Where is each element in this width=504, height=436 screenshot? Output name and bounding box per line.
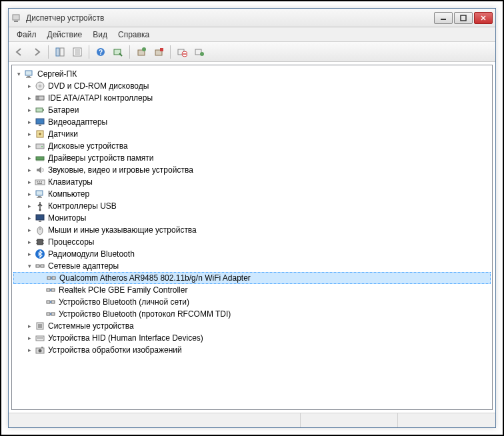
node-label: Драйверы устройств памяти bbox=[48, 153, 153, 163]
menu-file[interactable]: Файл bbox=[11, 29, 42, 41]
tree-category[interactable]: ▸Драйверы устройств памяти bbox=[13, 152, 491, 164]
svg-rect-1 bbox=[14, 21, 18, 22]
tree-category[interactable]: ▸Клавиатуры bbox=[13, 176, 491, 188]
svg-rect-48 bbox=[41, 181, 42, 183]
node-label: IDE ATA/ATAPI контроллеры bbox=[48, 93, 153, 103]
node-label: Сергей-ПК bbox=[37, 69, 77, 79]
expander-icon[interactable]: ▸ bbox=[25, 346, 33, 354]
node-label: Qualcomm Atheros AR9485 802.11b/g/n WiFi… bbox=[59, 273, 251, 283]
tree-device[interactable]: Realtek PCIe GBE Family Controller bbox=[13, 284, 491, 296]
show-hide-tree-button[interactable] bbox=[52, 44, 68, 60]
expander-icon[interactable]: ▸ bbox=[25, 82, 33, 90]
ide-icon bbox=[35, 93, 45, 103]
expander-icon[interactable]: ▸ bbox=[25, 322, 33, 330]
memory-icon bbox=[35, 153, 45, 163]
tree-category[interactable]: ▸Звуковые, видео и игровые устройства bbox=[13, 164, 491, 176]
expander-icon[interactable]: ▸ bbox=[25, 94, 33, 102]
expander-icon[interactable]: ▸ bbox=[25, 334, 33, 342]
system-icon bbox=[35, 321, 45, 331]
expander-icon[interactable]: ▾ bbox=[25, 262, 33, 270]
minimize-button[interactable] bbox=[434, 12, 453, 24]
update-driver-button[interactable] bbox=[133, 44, 149, 60]
sensor-icon bbox=[35, 129, 45, 139]
tree-category[interactable]: ▸Компьютер bbox=[13, 188, 491, 200]
svg-point-83 bbox=[39, 337, 41, 339]
node-label: Устройство Bluetooth (протокол RFCOMM TD… bbox=[59, 309, 231, 319]
computer-icon bbox=[24, 69, 35, 79]
expander-icon[interactable]: ▾ bbox=[15, 70, 23, 78]
toolbar-separator bbox=[48, 45, 49, 59]
netadapter-icon bbox=[45, 309, 56, 319]
sound-icon bbox=[35, 165, 45, 175]
menu-help[interactable]: Справка bbox=[113, 29, 155, 41]
node-label: Мониторы bbox=[48, 213, 86, 223]
enable-button[interactable] bbox=[191, 44, 207, 60]
expander-icon[interactable]: ▸ bbox=[25, 106, 33, 114]
expander-icon[interactable]: ▸ bbox=[25, 130, 33, 138]
expander-icon[interactable]: ▸ bbox=[25, 238, 33, 246]
properties-button[interactable] bbox=[69, 44, 85, 60]
expander-icon[interactable]: ▸ bbox=[25, 226, 33, 234]
svg-rect-77 bbox=[51, 313, 55, 315]
maximize-button[interactable] bbox=[454, 12, 473, 24]
tree-category[interactable]: ▸Устройства обработки изображений bbox=[13, 344, 491, 356]
tree-category[interactable]: ▸Процессоры bbox=[13, 236, 491, 248]
svg-rect-6 bbox=[56, 48, 59, 56]
tree-category[interactable]: ▸Контроллеры USB bbox=[13, 200, 491, 212]
expander-icon[interactable]: ▸ bbox=[25, 118, 33, 126]
expander-icon[interactable]: ▸ bbox=[25, 250, 33, 258]
mouse-icon bbox=[35, 225, 45, 235]
tree-category[interactable]: ▸Устройства HID (Human Interface Devices… bbox=[13, 332, 491, 344]
device-tree[interactable]: ▾Сергей-ПК▸DVD и CD-ROM дисководы▸IDE AT… bbox=[11, 65, 493, 410]
close-button[interactable] bbox=[474, 12, 493, 24]
scan-hardware-button[interactable] bbox=[110, 44, 126, 60]
tree-category[interactable]: ▸Датчики bbox=[13, 128, 491, 140]
battery-icon bbox=[35, 105, 45, 115]
disable-button[interactable] bbox=[174, 44, 190, 60]
titlebar[interactable]: Диспетчер устройств bbox=[9, 9, 495, 27]
drive-icon bbox=[35, 141, 45, 151]
tree-category[interactable]: ▸IDE ATA/ATAPI контроллеры bbox=[13, 92, 491, 104]
expander-icon[interactable]: ▸ bbox=[25, 166, 33, 174]
back-button[interactable] bbox=[11, 44, 27, 60]
svg-rect-65 bbox=[41, 265, 44, 267]
menu-view[interactable]: Вид bbox=[87, 29, 113, 41]
uninstall-button[interactable] bbox=[151, 44, 167, 60]
tree-category[interactable]: ▸Батареи bbox=[13, 104, 491, 116]
svg-rect-18 bbox=[160, 48, 163, 51]
tree-category[interactable]: ▸Видеоадаптеры bbox=[13, 116, 491, 128]
disc-icon bbox=[35, 81, 45, 91]
node-label: Realtek PCIe GBE Family Controller bbox=[59, 285, 187, 295]
svg-point-86 bbox=[39, 349, 42, 353]
tree-category[interactable]: ▸Мыши и иные указывающие устройства bbox=[13, 224, 491, 236]
svg-rect-68 bbox=[52, 277, 55, 279]
statusbar bbox=[9, 413, 495, 427]
tree-root[interactable]: ▾Сергей-ПК bbox=[13, 68, 491, 80]
forward-button[interactable] bbox=[29, 44, 45, 60]
expander-icon[interactable]: ▸ bbox=[25, 142, 33, 150]
expander-icon[interactable]: ▸ bbox=[25, 154, 33, 162]
expander-icon[interactable]: ▸ bbox=[25, 214, 33, 222]
svg-text:?: ? bbox=[99, 49, 103, 56]
tree-category[interactable]: ▾Сетевые адаптеры bbox=[13, 260, 491, 272]
tree-device[interactable]: Qualcomm Atheros AR9485 802.11b/g/n WiFi… bbox=[13, 272, 491, 284]
help-button[interactable]: ? bbox=[93, 44, 109, 60]
tree-device[interactable]: Устройство Bluetooth (протокол RFCOMM TD… bbox=[13, 308, 491, 320]
tree-category[interactable]: ▸Радиомодули Bluetooth bbox=[13, 248, 491, 260]
node-label: DVD и CD-ROM дисководы bbox=[48, 81, 149, 91]
expander-icon[interactable]: ▸ bbox=[25, 190, 33, 198]
tree-category[interactable]: ▸Системные устройства bbox=[13, 320, 491, 332]
svg-rect-38 bbox=[36, 144, 44, 149]
tree-category[interactable]: ▸DVD и CD-ROM дисководы bbox=[13, 80, 491, 92]
tree-category[interactable]: ▸Дисковые устройства bbox=[13, 140, 491, 152]
netadapter-icon bbox=[45, 285, 56, 295]
expander-icon[interactable]: ▸ bbox=[25, 202, 33, 210]
bluetooth-icon bbox=[35, 249, 45, 259]
imaging-icon bbox=[35, 345, 45, 355]
expander-icon[interactable]: ▸ bbox=[25, 178, 33, 186]
svg-rect-42 bbox=[39, 160, 39, 161]
svg-rect-54 bbox=[36, 215, 44, 220]
tree-category[interactable]: ▸Мониторы bbox=[13, 212, 491, 224]
menu-action[interactable]: Действие bbox=[42, 29, 88, 41]
tree-device[interactable]: Устройство Bluetooth (личной сети) bbox=[13, 296, 491, 308]
